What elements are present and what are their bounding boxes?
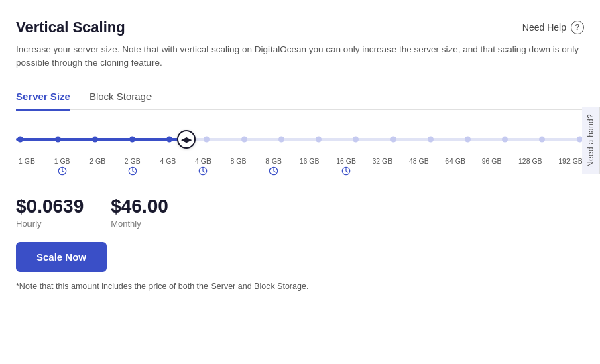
- slider-label-8: 16 GB: [300, 157, 320, 176]
- slider-dot-5: [204, 137, 210, 143]
- slider-label-size-12: 64 GB: [445, 157, 465, 165]
- hourly-amount: $0.0639: [16, 196, 84, 217]
- slider-track-container[interactable]: ◀▶: [16, 126, 584, 153]
- monthly-label: Monthly: [111, 219, 168, 229]
- slider-dot-8: [316, 137, 322, 143]
- slider-label-size-5: 4 GB: [195, 157, 211, 165]
- slider-label-size-7: 8 GB: [265, 157, 282, 165]
- pricing-row: $0.0639 Hourly $46.00 Monthly: [16, 196, 584, 229]
- slider-label-size-1: 1 GB: [54, 157, 70, 165]
- slider-labels: 1 GB1 GB2 GB2 GB4 GB4 GB8 GB8 GB16 GB16 …: [16, 157, 584, 176]
- help-section[interactable]: Need Help ?: [522, 21, 584, 34]
- slider-label-2: 2 GB: [88, 157, 107, 176]
- slider-label-size-6: 8 GB: [231, 157, 247, 165]
- slider-label-size-2: 2 GB: [89, 157, 105, 165]
- slider-dot-12: [465, 137, 471, 143]
- slider-dot-1: [55, 137, 61, 143]
- slider-dot-3: [129, 137, 135, 143]
- slider-dot-13: [502, 137, 508, 143]
- slider-label-15: 192 GB: [558, 157, 583, 176]
- scale-now-button[interactable]: Scale Now: [16, 242, 107, 272]
- hourly-label: Hourly: [16, 219, 84, 229]
- slider-label-size-14: 128 GB: [518, 157, 542, 165]
- slider-dot-14: [539, 137, 545, 143]
- clock-icon-5: [198, 166, 208, 176]
- hourly-price-group: $0.0639 Hourly: [16, 196, 84, 229]
- help-icon[interactable]: ?: [571, 21, 584, 34]
- description: Increase your server size. Note that wit…: [16, 43, 584, 70]
- slider-dot-11: [428, 137, 434, 143]
- slider-track: ◀▶: [16, 138, 584, 141]
- slider-dot-2: [92, 137, 98, 143]
- slider-dot-10: [390, 137, 396, 143]
- slider-dot-7: [278, 137, 284, 143]
- slider-label-size-13: 96 GB: [482, 157, 502, 165]
- slider-label-4: 4 GB: [158, 157, 177, 176]
- help-label: Need Help: [522, 22, 566, 33]
- tab-block-storage[interactable]: Block Storage: [89, 84, 152, 111]
- slider-label-size-0: 1 GB: [19, 157, 35, 165]
- monthly-price-group: $46.00 Monthly: [111, 196, 168, 229]
- slider-dot-6: [241, 137, 247, 143]
- slider-label-0: 1 GB: [17, 157, 36, 176]
- slider-dot-0: [17, 137, 23, 143]
- slider-label-size-8: 16 GB: [300, 157, 320, 165]
- clock-icon-9: [341, 166, 351, 176]
- clock-icon-1: [58, 166, 67, 176]
- tabs-container: Server Size Block Storage: [16, 84, 584, 111]
- slider-handle[interactable]: ◀▶: [177, 130, 196, 149]
- page-title: Vertical Scaling: [16, 19, 125, 36]
- tab-server-size[interactable]: Server Size: [16, 84, 70, 111]
- slider-label-11: 48 GB: [409, 157, 429, 176]
- slider-label-6: 8 GB: [229, 157, 248, 176]
- slider-label-13: 96 GB: [482, 157, 502, 176]
- slider-label-1: 1 GB: [53, 157, 72, 176]
- slider-label-size-4: 4 GB: [160, 157, 176, 165]
- slider-label-9: 16 GB: [336, 157, 356, 176]
- clock-icon-7: [269, 166, 278, 176]
- clock-icon-3: [128, 166, 137, 176]
- slider-section: ◀▶ 1 GB1 GB2 GB2 GB4 GB4 GB8 GB8 GB16 GB…: [16, 126, 584, 176]
- monthly-amount: $46.00: [111, 196, 168, 217]
- slider-dot-4: [166, 137, 172, 143]
- slider-label-size-15: 192 GB: [558, 157, 583, 165]
- footnote: *Note that this amount includes the pric…: [16, 282, 584, 291]
- slider-label-7: 8 GB: [264, 157, 283, 176]
- need-hand-sidebar[interactable]: Need a hand?: [582, 107, 600, 174]
- slider-label-size-3: 2 GB: [125, 157, 141, 165]
- slider-dot-9: [353, 137, 359, 143]
- slider-label-3: 2 GB: [123, 157, 142, 176]
- slider-label-12: 64 GB: [445, 157, 465, 176]
- slider-label-5: 4 GB: [194, 157, 213, 176]
- slider-label-size-11: 48 GB: [409, 157, 429, 165]
- slider-label-size-10: 32 GB: [373, 157, 393, 165]
- handle-arrows-icon: ◀▶: [181, 136, 192, 143]
- slider-label-size-9: 16 GB: [336, 157, 356, 165]
- slider-label-14: 128 GB: [518, 157, 542, 176]
- slider-dots-track: [16, 137, 584, 143]
- slider-label-10: 32 GB: [373, 157, 393, 176]
